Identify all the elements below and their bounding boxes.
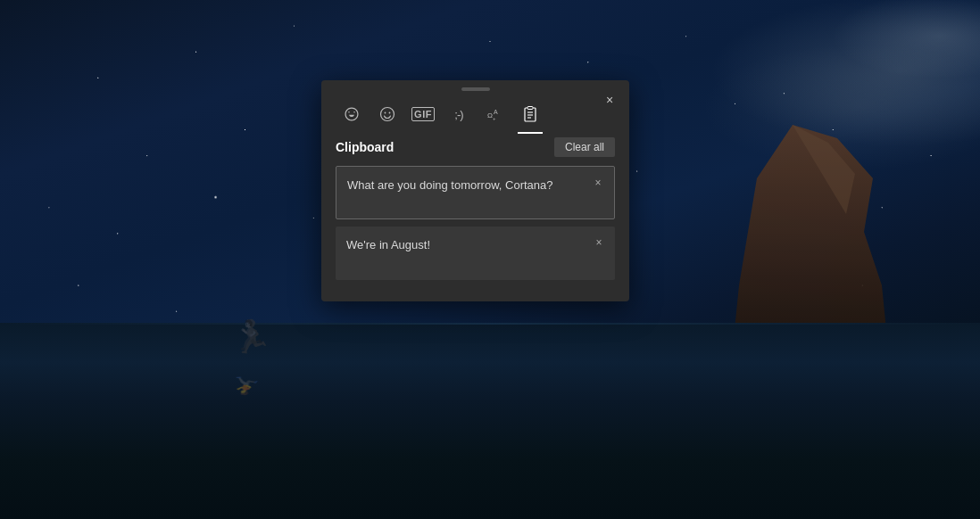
symbols-icon[interactable]: ΩA+ bbox=[478, 98, 511, 130]
water-decoration bbox=[0, 323, 980, 519]
svg-point-4 bbox=[389, 112, 391, 114]
emoji-clipboard-panel: × GIF ;-) ΩA+ Clipboard bbox=[321, 80, 629, 301]
emoji-smiley-icon[interactable] bbox=[371, 98, 403, 130]
svg-point-3 bbox=[385, 112, 386, 114]
clear-all-button[interactable]: Clear all bbox=[554, 137, 615, 157]
clipboard-tab-icon[interactable] bbox=[514, 98, 546, 130]
reflection-figure: 🏃 bbox=[228, 376, 263, 397]
close-button[interactable]: × bbox=[597, 87, 622, 112]
svg-text:A: A bbox=[494, 109, 498, 115]
clipboard-item-close-button[interactable]: × bbox=[590, 234, 608, 251]
gif-icon[interactable]: GIF bbox=[407, 98, 439, 130]
section-header: Clipboard Clear all bbox=[336, 137, 615, 157]
running-figure: 🏃 bbox=[232, 318, 259, 367]
clipboard-item-text: We're in August! bbox=[346, 238, 430, 251]
clipboard-item-close-button[interactable]: × bbox=[589, 174, 607, 192]
panel-body: Clipboard Clear all What are you doing t… bbox=[321, 130, 629, 301]
drag-bar bbox=[461, 87, 490, 91]
section-title: Clipboard bbox=[336, 140, 394, 154]
clipboard-item-text: What are you doing tomorrow, Cortana? bbox=[347, 178, 553, 192]
clipboard-item[interactable]: What are you doing tomorrow, Cortana? × bbox=[336, 166, 615, 219]
svg-point-2 bbox=[381, 108, 394, 121]
svg-rect-9 bbox=[527, 107, 533, 110]
drag-handle[interactable] bbox=[321, 80, 629, 95]
toolbar: GIF ;-) ΩA+ bbox=[321, 95, 629, 130]
emoji-suggested-icon[interactable] bbox=[336, 98, 368, 130]
svg-text:+: + bbox=[493, 116, 496, 121]
kaomoji-icon[interactable]: ;-) bbox=[443, 98, 475, 130]
clipboard-item[interactable]: We're in August! × bbox=[336, 227, 615, 280]
